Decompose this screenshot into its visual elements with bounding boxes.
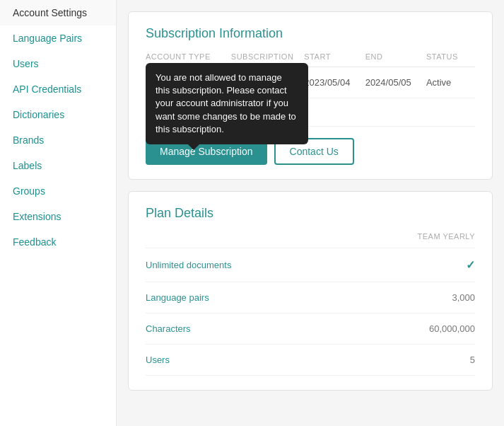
plan-details-title: Plan Details bbox=[146, 206, 475, 221]
col-account-type: ACCOUNT TYPE bbox=[146, 52, 231, 61]
sidebar-item-extensions[interactable]: Extensions bbox=[0, 204, 116, 229]
tooltip-box: You are not allowed to manage this subsc… bbox=[146, 63, 308, 144]
plan-feature-users: Users bbox=[146, 355, 170, 365]
plan-value-characters: 60,000,000 bbox=[429, 323, 475, 334]
plan-type-label: TEAM YEARLY bbox=[417, 232, 475, 241]
cell-start: 2023/05/04 bbox=[304, 77, 365, 88]
sidebar-item-feedback[interactable]: Feedback bbox=[0, 229, 116, 255]
col-end: END bbox=[365, 52, 426, 61]
plan-value-users: 5 bbox=[470, 355, 475, 365]
plan-row-users: Users 5 bbox=[146, 345, 475, 376]
col-subscription: SUBSCRIPTION bbox=[231, 52, 305, 61]
sidebar-item-dictionaries[interactable]: Dictionaries bbox=[0, 102, 116, 127]
plan-feature-characters: Characters bbox=[146, 323, 191, 334]
plan-row-unlimited-docs: Unlimited documents ✓ bbox=[146, 248, 475, 282]
sidebar-item-brands[interactable]: Brands bbox=[0, 127, 116, 153]
sidebar-item-users[interactable]: Users bbox=[0, 51, 116, 76]
sidebar-item-api-credentials[interactable]: API Credentials bbox=[0, 76, 116, 102]
cell-end: 2024/05/05 bbox=[365, 77, 426, 88]
status-badge: Active bbox=[426, 77, 475, 88]
plan-feature-unlimited-docs: Unlimited documents bbox=[146, 260, 231, 270]
col-start: START bbox=[304, 52, 365, 61]
sidebar: Account Settings Language Pairs Users AP… bbox=[0, 0, 117, 426]
plan-value-language-pairs: 3,000 bbox=[452, 292, 475, 303]
sidebar-item-language-pairs[interactable]: Language Pairs bbox=[0, 25, 116, 51]
col-status: STATUS bbox=[426, 52, 475, 61]
subscription-card: Subscription Information ACCOUNT TYPE SU… bbox=[128, 11, 493, 180]
main-content: Subscription Information ACCOUNT TYPE SU… bbox=[117, 0, 504, 426]
subscription-card-title: Subscription Information bbox=[146, 26, 475, 41]
plan-type-header: TEAM YEARLY bbox=[146, 232, 475, 248]
tooltip-text: You are not allowed to manage this subsc… bbox=[156, 72, 296, 134]
plan-details-card: Plan Details TEAM YEARLY Unlimited docum… bbox=[128, 191, 493, 391]
plan-row-language-pairs: Language pairs 3,000 bbox=[146, 282, 475, 313]
plan-row-characters: Characters 60,000,000 bbox=[146, 313, 475, 345]
plan-feature-language-pairs: Language pairs bbox=[146, 292, 209, 303]
plan-value-unlimited-docs: ✓ bbox=[466, 258, 475, 272]
sidebar-item-labels[interactable]: Labels bbox=[0, 153, 116, 178]
action-buttons-row: You are not allowed to manage this subsc… bbox=[146, 127, 475, 165]
tooltip-container: You are not allowed to manage this subsc… bbox=[146, 63, 308, 144]
sidebar-item-account-settings[interactable]: Account Settings bbox=[0, 0, 116, 25]
sidebar-item-groups[interactable]: Groups bbox=[0, 178, 116, 204]
